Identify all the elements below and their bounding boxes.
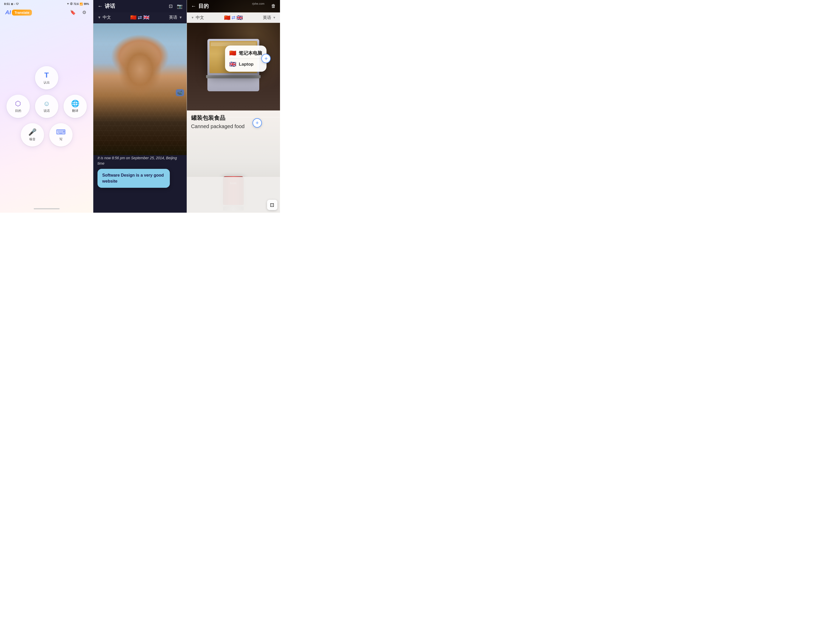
wifi-bars: 72.6 <box>74 3 79 5</box>
header-icons: 🔖 ⚙ <box>69 9 88 16</box>
source-lang-selector[interactable]: ▼ 中文 <box>98 15 111 20</box>
obj-title-group: ← 目的 <box>191 3 209 9</box>
obj-back-button[interactable]: ← <box>191 3 196 9</box>
obj-swap-button[interactable]: ⇄ <box>232 15 235 21</box>
talk-back-button[interactable]: ← <box>98 3 103 9</box>
food-white-surface <box>187 177 280 213</box>
status-bar: 8:51 ⊞ ○ 🛡 ▼ ⓓ 72.6 📶 99% <box>0 0 93 7</box>
mic-icon: 🎤 <box>28 128 36 136</box>
status-right: ▼ ⓓ 72.6 📶 99% <box>66 2 89 6</box>
food-translation-overlay: 罐装包装食品 Canned packaged food + <box>191 114 264 130</box>
laptop-keyboard <box>207 78 259 91</box>
chat-bubble: Software Design is a very good website <box>98 169 169 188</box>
shield-icon: 🛡 <box>16 3 19 5</box>
destination-button[interactable]: ⬡ 目的 <box>6 95 30 118</box>
laptop-english-flag: 🇬🇧 <box>229 61 236 67</box>
target-dropdown-icon: ▼ <box>179 15 183 19</box>
logo-ai-text: AI <box>5 9 11 16</box>
laptop-english-text: Laptop <box>239 62 254 66</box>
face-art-bg <box>93 23 186 155</box>
camera-button[interactable]: 📷 <box>177 3 183 9</box>
talk-panel: ← 讲话 ⊡ 📷 ▼ 中文 🇨🇳 ⇄ 🇬🇧 英语 ▼ 📹 It is now 8… <box>93 0 186 213</box>
source-lang-text: 中文 <box>103 15 111 20</box>
write-button[interactable]: ⌨ 写 <box>49 123 73 147</box>
noise-button[interactable]: 🎤 噪音 <box>21 123 44 147</box>
app-header: AI Translate 🔖 ⚙ <box>0 7 93 18</box>
bottom-bar <box>0 205 93 213</box>
laptop-chinese-text: 笔记本电脑 <box>239 50 262 56</box>
translate-button[interactable]: 🌐 翻译 <box>63 95 87 118</box>
battery-level: 99% <box>84 3 89 5</box>
target-lang-selector[interactable]: 英语 ▼ <box>169 15 183 20</box>
food-scene: hsm 罐装包装食品 Canned packaged food + <box>187 111 280 213</box>
main-menu: T 认出 ⬡ 目的 ☺ 说话 🌐 翻译 🎤 噪音 ⌨ <box>0 18 93 205</box>
logo-translate-text: Translate <box>12 9 32 16</box>
keyboard-icon: ⌨ <box>56 128 66 136</box>
translate-label: 翻译 <box>72 109 78 113</box>
obj-target-lang-selector[interactable]: 英语 ▼ <box>263 15 276 21</box>
laptop-add-button[interactable]: + <box>261 54 271 63</box>
obj-target-lang-text: 英语 <box>263 15 271 21</box>
chat-overlay: It is now 8:56 pm on September 25, 2014,… <box>93 151 186 192</box>
obj-title-text: 目的 <box>198 3 209 9</box>
home-indicator <box>34 208 60 209</box>
talk-header: ← 讲话 ⊡ 📷 <box>93 0 186 12</box>
bookmark-button[interactable]: 🔖 <box>69 9 76 16</box>
wifi-icon: 📶 <box>80 3 83 5</box>
source-flag: 🇨🇳 <box>130 14 137 21</box>
camera-bottom-scene: hsm 罐装包装食品 Canned packaged food + <box>187 111 280 213</box>
target-flag: 🇬🇧 <box>143 14 150 21</box>
settings-button[interactable]: ⚙ <box>81 9 88 16</box>
screen-share-button[interactable]: ⊡ <box>169 3 173 9</box>
timestamp-text: It is now 8:56 pm on September 25, 2014,… <box>98 155 182 166</box>
chat-bubble-text: Software Design is a very good website <box>102 173 164 183</box>
laptop-translation-bubble: 🇨🇳 笔记本电脑 🇬🇧 Laptop + <box>225 45 267 71</box>
swap-lang-button[interactable]: ⇄ <box>138 14 142 21</box>
laptop-english-translation: 🇬🇧 Laptop <box>229 60 262 68</box>
recognize-label: 认出 <box>44 81 50 85</box>
obj-target-flag: 🇬🇧 <box>237 14 243 21</box>
noise-label: 噪音 <box>29 137 36 142</box>
video-record-button[interactable]: 📹 <box>176 89 184 96</box>
obj-source-dropdown: ▼ <box>191 16 194 19</box>
menu-row-bottom: 🎤 噪音 ⌨ 写 <box>21 123 73 147</box>
talk-header-icons: ⊡ 📷 <box>169 3 183 9</box>
cube-icon: ⬡ <box>15 100 21 108</box>
face-art-inner <box>93 23 186 155</box>
talk-label: 说话 <box>44 109 50 113</box>
scan-button[interactable]: ⊡ <box>267 200 278 210</box>
status-left: 8:51 ⊞ ○ 🛡 <box>4 2 19 5</box>
destination-label: 目的 <box>15 109 21 113</box>
recognize-button[interactable]: T 认出 <box>35 66 58 89</box>
face-icon: ☺ <box>43 100 50 108</box>
talk-title-text: 讲话 <box>105 3 115 9</box>
app-icons-status: ⊞ ○ 🛡 <box>11 3 19 5</box>
menu-row-top: T 认出 <box>35 66 58 89</box>
laptop-base <box>206 75 261 78</box>
circle-icon: ○ <box>14 3 15 5</box>
talk-lang-bar: ▼ 中文 🇨🇳 ⇄ 🇬🇧 英语 ▼ <box>93 12 186 22</box>
obj-header: ← 目的 🗑 <box>187 0 280 12</box>
object-panel: rjshe.com ← 目的 🗑 ▼ 中文 🇨🇳 ⇄ 🇬🇧 英语 ▼ <box>187 0 280 213</box>
obj-lang-bar: ▼ 中文 🇨🇳 ⇄ 🇬🇧 英语 ▼ <box>187 13 280 23</box>
obj-source-lang-selector[interactable]: ▼ 中文 <box>191 15 204 21</box>
source-dropdown-icon: ▼ <box>98 15 101 19</box>
timestamp-value: It is now 8:56 pm on September 25, 2014,… <box>98 156 177 165</box>
main-panel: 8:51 ⊞ ○ 🛡 ▼ ⓓ 72.6 📶 99% AI Translate 🔖… <box>0 0 93 213</box>
obj-target-dropdown: ▼ <box>273 16 276 19</box>
laptop-chinese-flag: 🇨🇳 <box>229 49 236 56</box>
talk-title-group: ← 讲话 <box>98 3 115 9</box>
write-label: 写 <box>59 137 63 142</box>
squares-icon: ⊞ <box>11 3 13 5</box>
talk-button[interactable]: ☺ 说话 <box>35 95 58 118</box>
laptop-chinese-translation: 🇨🇳 笔记本电脑 <box>229 49 262 57</box>
menu-row-middle: ⬡ 目的 ☺ 说话 🌐 翻译 <box>6 95 87 118</box>
obj-source-lang-text: 中文 <box>196 15 204 21</box>
globe-icon: 🌐 <box>71 100 79 108</box>
app-logo: AI Translate <box>5 9 32 16</box>
delete-button[interactable]: 🗑 <box>271 3 276 9</box>
time-display: 8:51 <box>4 2 10 5</box>
obj-source-flag: 🇨🇳 <box>224 14 231 21</box>
watermark-text: rjshe.com <box>252 2 264 5</box>
signal-icon: ▼ ⓓ <box>66 2 73 6</box>
